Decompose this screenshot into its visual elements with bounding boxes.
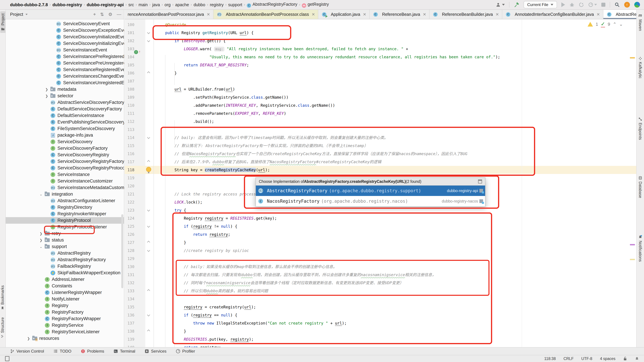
tree-item-RegistryFactory[interactable]: IRegistryFactory bbox=[6, 309, 124, 315]
tree-expand-arrow[interactable]: ❯ bbox=[43, 94, 50, 98]
code-line-112[interactable]: .build(); bbox=[156, 118, 214, 126]
line-number-125[interactable]: 125 bbox=[125, 222, 134, 230]
line-number-104[interactable]: 104 bbox=[125, 53, 134, 61]
tree-item-ServiceInstanceCustomizer[interactable]: IServiceInstanceCustomizer bbox=[6, 178, 124, 184]
tree-item-SkipFailbackWrapperException[interactable]: ⚡SkipFailbackWrapperException bbox=[6, 270, 124, 276]
fold-marker[interactable] bbox=[147, 160, 150, 163]
code-line-140[interactable]: return registry; bbox=[156, 343, 221, 347]
code-line-105[interactable]: return DEFAULT_NOP_REGISTRY; bbox=[156, 61, 249, 69]
tree-item-AddressListener[interactable]: IAddressListener bbox=[6, 276, 124, 283]
code-line-128[interactable]: //create registry by spi/ioc bbox=[156, 246, 249, 255]
run-with-coverage-icon[interactable] bbox=[579, 1, 584, 8]
tab-AbstractAnnotationBeanPostProcessor.class[interactable]: (C)AbstractAnnotationBeanPostProcessor.c… bbox=[214, 10, 318, 19]
breadcrumb-item[interactable]: dubbo-registry bbox=[52, 2, 82, 7]
error-stripe-warning-mark[interactable] bbox=[630, 57, 635, 59]
overriding-method-gutter-icon[interactable]: ↑ bbox=[134, 50, 138, 54]
breadcrumb-item[interactable]: dubbo bbox=[194, 2, 205, 7]
line-number-117[interactable]: 117 bbox=[125, 158, 134, 166]
line-number-113[interactable]: 113 bbox=[125, 126, 134, 134]
run-configuration-select[interactable]: Current File bbox=[524, 1, 557, 9]
bottom-bar-services[interactable]: Services bbox=[144, 349, 166, 353]
line-number-127[interactable]: 127 bbox=[125, 238, 134, 246]
tool-window-maven[interactable]: m Maven bbox=[638, 13, 642, 31]
tree-item-ServiceDiscoveryInitializingEvent[interactable]: CServiceDiscoveryInitializingEvent bbox=[6, 40, 124, 47]
tree-item-RegistryService[interactable]: IRegistryService bbox=[6, 322, 124, 328]
line-number-133[interactable]: 133 bbox=[125, 287, 134, 295]
fold-marker[interactable] bbox=[147, 329, 150, 332]
fold-marker[interactable] bbox=[147, 224, 150, 228]
code-line-114[interactable]: // baily: 这里会有问题，因为url中带了timestamp时间戳，所以… bbox=[156, 134, 388, 142]
hide-panel-icon[interactable]: — bbox=[117, 12, 121, 17]
line-number-108[interactable]: 108 bbox=[125, 85, 134, 93]
tree-item-ServiceInstanceEvent[interactable]: (C)ServiceInstanceEvent bbox=[6, 47, 124, 53]
code-line-132[interactable]: // 同时每个nacosnaminigservice会连带着创建多个线程（定时拉… bbox=[156, 279, 404, 287]
code-line-117[interactable]: // 后来在2.7.9中，dubbo修复了此BUG，直接修改了NacosRegi… bbox=[156, 158, 381, 166]
tree-item-integration[interactable]: ⌄integration bbox=[6, 191, 124, 197]
fold-marker[interactable] bbox=[147, 289, 150, 292]
breadcrumb-item[interactable]: dubbo-registry-api bbox=[87, 2, 124, 7]
code-line-126[interactable]: return registry; bbox=[156, 230, 230, 238]
breadcrumb-item[interactable]: CAbstractRegistryFactory bbox=[247, 2, 297, 8]
code-line-111[interactable]: .removeParameters(EXPORT_KEY, REFER_KEY) bbox=[156, 109, 286, 118]
open-as-tool-window-icon[interactable] bbox=[478, 179, 482, 184]
line-number-137[interactable]: 137 bbox=[125, 319, 134, 327]
tool-window-kafkalytic[interactable]: Kafkalytic bbox=[638, 57, 642, 78]
line-number-114[interactable]: 114 bbox=[125, 134, 134, 142]
code-line-127[interactable]: } bbox=[156, 238, 186, 246]
fold-marker[interactable] bbox=[147, 313, 150, 316]
line-number-138[interactable]: 138 bbox=[125, 327, 134, 335]
tab-renceAnnotationBeanPostProcessor.java[interactable]: renceAnnotationBeanPostProcessor.java✕ bbox=[125, 10, 214, 19]
fold-marker[interactable] bbox=[147, 39, 150, 42]
code-line-100[interactable]: @Override bbox=[156, 21, 186, 29]
collapse-all-icon[interactable]: ⇅ bbox=[100, 12, 104, 17]
locate-file-icon[interactable]: ⌖ bbox=[93, 12, 96, 17]
code-line-104[interactable]: "Usually, this means no need to try to d… bbox=[156, 53, 500, 61]
intention-bulb-icon[interactable] bbox=[146, 167, 151, 172]
code-line-138[interactable]: } bbox=[156, 327, 186, 335]
update-icon[interactable]: ↑ bbox=[624, 2, 630, 8]
tree-expand-arrow[interactable]: ❯ bbox=[38, 238, 44, 242]
line-number-116[interactable]: 116 bbox=[125, 150, 134, 158]
next-problem-icon[interactable]: ⌄ bbox=[619, 22, 623, 27]
line-number-134[interactable]: 134 bbox=[125, 295, 134, 303]
line-number-139[interactable]: 139 bbox=[125, 335, 134, 343]
tree-scrollbar[interactable] bbox=[121, 214, 123, 288]
status-line-ending[interactable]: CRLF bbox=[564, 356, 574, 361]
tree-item-ServiceDiscoveryRegistry[interactable]: CServiceDiscoveryRegistry bbox=[6, 152, 124, 158]
tree-item-AbstractServiceDiscoveryFactory[interactable]: (C)AbstractServiceDiscoveryFactory bbox=[6, 99, 124, 106]
line-number-115[interactable]: 115 bbox=[125, 142, 134, 150]
tree-item-EventPublishingServiceDiscovery[interactable]: CEventPublishingServiceDiscovery bbox=[6, 119, 124, 125]
bottom-bar-problems[interactable]: Problems bbox=[81, 349, 104, 353]
fold-marker[interactable] bbox=[147, 136, 150, 139]
inspection-widget[interactable]: 1 ✓ 9 ⌃ ⌄ bbox=[588, 21, 623, 27]
tree-item-ServiceDiscovery[interactable]: IServiceDiscovery bbox=[6, 139, 124, 145]
tree-item-FileSystemServiceDiscovery[interactable]: CFileSystemServiceDiscovery bbox=[6, 125, 124, 132]
tree-item-ListenerRegistryWrapper[interactable]: CListenerRegistryWrapper bbox=[6, 289, 124, 296]
tree-item-Registry[interactable]: IRegistry bbox=[6, 302, 124, 309]
code-line-101[interactable]: public Registry getRegistry(URL url) { bbox=[156, 29, 254, 37]
line-number-140[interactable]: 140 bbox=[125, 343, 134, 347]
tree-item-ServiceDiscoveryRegistryFactory[interactable]: CServiceDiscoveryRegistryFactory bbox=[6, 158, 124, 165]
tree-item-ServiceInstanceMetadataCustomizer[interactable]: (C)ServiceInstanceMetadataCustomizer bbox=[6, 184, 124, 191]
settings-gear-icon[interactable]: ⚙ bbox=[108, 12, 112, 17]
bottom-bar-version-control[interactable]: Version Control bbox=[10, 349, 44, 353]
fold-marker[interactable] bbox=[147, 249, 150, 252]
close-icon[interactable]: ✕ bbox=[597, 12, 600, 17]
stop-button[interactable] bbox=[601, 1, 605, 8]
breadcrumb-item[interactable]: apache bbox=[175, 2, 189, 7]
fold-marker[interactable] bbox=[147, 241, 150, 244]
tree-item-support[interactable]: ⌄support bbox=[6, 243, 124, 250]
line-number-126[interactable]: 126 bbox=[125, 230, 134, 238]
code-line-118[interactable]: String key = createRegistryCacheKey(url)… bbox=[156, 166, 270, 174]
line-number-136[interactable]: 136 bbox=[125, 311, 134, 319]
run-button[interactable] bbox=[561, 1, 565, 8]
line-number-128[interactable]: 128 bbox=[125, 246, 134, 255]
code-line-123[interactable]: try { bbox=[156, 206, 186, 214]
code-line-110[interactable]: .addParameter(INTERFACE_KEY, RegistrySer… bbox=[156, 101, 335, 109]
code-line-109[interactable]: .setPath(RegistryService.class.getName()… bbox=[156, 93, 288, 101]
code-line-136[interactable]: if (registry == null) { bbox=[156, 311, 237, 319]
tree-item-RegistryServiceListener[interactable]: IRegistryServiceListener bbox=[6, 328, 124, 335]
code-line-124[interactable]: Registry registry = REGISTRIES.get(key); bbox=[156, 214, 277, 222]
user-icon[interactable] bbox=[496, 1, 505, 8]
tree-item-NotifyListener[interactable]: INotifyListener bbox=[6, 296, 124, 302]
